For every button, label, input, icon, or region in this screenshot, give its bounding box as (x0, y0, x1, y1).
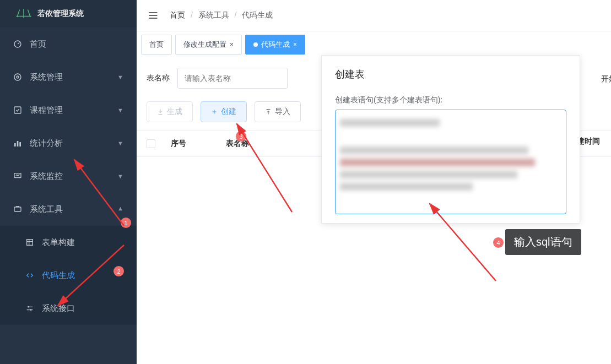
chevron-down-icon: ▼ (117, 74, 123, 80)
svg-line-13 (58, 245, 124, 306)
svg-line-12 (74, 160, 124, 226)
chevron-down-icon: ▼ (117, 140, 123, 146)
hamburger-toggle[interactable] (148, 10, 159, 21)
chevron-down-icon: ▼ (117, 107, 123, 113)
sidebar-label: 统计分析 (30, 138, 110, 149)
col-index: 序号 (171, 139, 226, 149)
upload-icon (265, 108, 272, 115)
breadcrumb-item[interactable]: 系统工具 (198, 10, 229, 19)
tab-edit-config[interactable]: 修改生成配置× (175, 35, 242, 55)
partial-label: 开好 (601, 74, 611, 84)
tab-codegen[interactable]: 代码生成× (245, 35, 305, 55)
annotation-tooltip: 输入sql语句 (505, 229, 581, 255)
svg-line-14 (237, 124, 292, 212)
hamburger-icon (148, 10, 159, 21)
svg-point-10 (28, 306, 30, 308)
annotation-arrow-3 (231, 118, 303, 223)
annotation-arrow-4 (424, 198, 507, 292)
col-time: 建时间 (577, 137, 600, 146)
generate-button[interactable]: 生成 (147, 101, 193, 122)
svg-line-15 (430, 204, 496, 281)
dashboard-icon (13, 40, 22, 48)
svg-rect-4 (14, 143, 16, 146)
code-icon (25, 271, 34, 280)
sidebar-label: 首页 (30, 39, 123, 50)
breadcrumb-item: 代码生成 (242, 10, 273, 19)
breadcrumb: 首页 / 系统工具 / 代码生成 (170, 10, 273, 20)
sidebar-label: 课程管理 (30, 105, 110, 116)
dialog-title: 创建表 (322, 56, 580, 93)
close-icon[interactable]: × (293, 41, 297, 48)
check-icon (13, 106, 22, 115)
topbar: 首页 / 系统工具 / 代码生成 (137, 0, 611, 31)
table-name-input[interactable] (177, 68, 288, 89)
form-icon (25, 238, 34, 247)
logo-icon (15, 8, 32, 19)
sidebar-item-dashboard[interactable]: 首页 (0, 28, 137, 61)
tab-bar: 首页 修改生成配置× 代码生成× (137, 31, 611, 58)
sidebar-item-system-manage[interactable]: 系统管理 ▼ (0, 61, 137, 94)
svg-rect-9 (27, 240, 33, 246)
svg-point-2 (14, 74, 21, 80)
svg-point-1 (17, 76, 19, 78)
monitor-icon (13, 172, 22, 181)
svg-rect-5 (17, 141, 19, 146)
chart-icon (13, 139, 22, 148)
download-icon (157, 108, 164, 115)
table-name-label: 表名称 (147, 73, 170, 83)
plus-icon (211, 108, 218, 115)
svg-point-11 (30, 309, 32, 311)
svg-rect-3 (14, 107, 21, 113)
annotation-arrow-1 (63, 154, 140, 242)
annotation-arrow-2 (52, 240, 140, 311)
svg-rect-6 (19, 142, 21, 146)
select-all-checkbox[interactable] (147, 139, 155, 148)
svg-rect-8 (14, 207, 21, 211)
gear-icon (13, 73, 22, 82)
sidebar-item-course[interactable]: 课程管理 ▼ (0, 94, 137, 127)
sliders-icon (25, 304, 34, 313)
tab-home[interactable]: 首页 (141, 35, 172, 55)
dialog-label: 创建表语句(支持多个建表语句): (335, 95, 566, 105)
app-logo[interactable]: 若依管理系统 (0, 0, 137, 28)
breadcrumb-item[interactable]: 首页 (170, 10, 185, 19)
close-icon[interactable]: × (230, 41, 234, 48)
app-title: 若依管理系统 (37, 9, 84, 19)
sidebar-label: 系统管理 (30, 72, 110, 83)
tool-icon (13, 205, 22, 214)
